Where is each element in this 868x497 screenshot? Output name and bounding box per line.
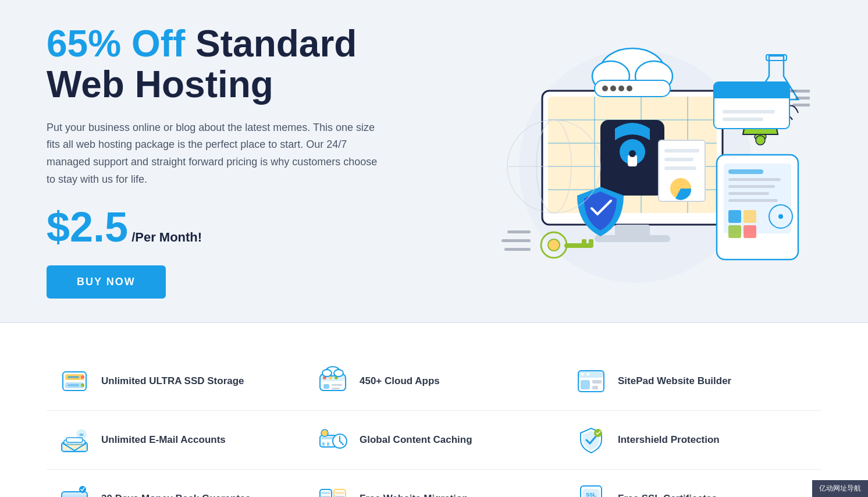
svg-rect-47 bbox=[664, 166, 696, 170]
svg-rect-28 bbox=[589, 239, 593, 245]
svg-rect-46 bbox=[664, 158, 693, 161]
svg-rect-41 bbox=[744, 225, 756, 238]
feature-item: SSL Free SSL Certificates bbox=[563, 470, 821, 497]
svg-rect-83 bbox=[332, 384, 342, 386]
svg-point-21 bbox=[610, 86, 616, 91]
feature-item: Free Website Migration bbox=[305, 470, 563, 497]
feature-label: Unlimited ULTRA SSD Storage bbox=[101, 375, 244, 387]
hero-title-highlight: 65% Off bbox=[47, 23, 185, 65]
svg-text:SSL: SSL bbox=[586, 492, 596, 497]
svg-rect-34 bbox=[728, 178, 781, 181]
caching-icon bbox=[316, 424, 349, 456]
svg-point-81 bbox=[334, 370, 343, 377]
watermark: 亿动网址导航 bbox=[812, 480, 868, 497]
svg-rect-89 bbox=[592, 386, 598, 389]
feature-label: Intershield Protection bbox=[618, 434, 720, 446]
svg-rect-53 bbox=[789, 90, 810, 93]
svg-rect-66 bbox=[723, 118, 763, 121]
feature-label: 30 Days Money Back Guarantee bbox=[101, 493, 251, 497]
hero-content: 65% Off StandardWeb Hosting Put your bus… bbox=[47, 23, 384, 299]
svg-point-30 bbox=[756, 136, 765, 145]
svg-rect-103 bbox=[327, 442, 329, 446]
feature-label: 450+ Cloud Apps bbox=[360, 375, 440, 387]
feature-item: ∞ Unlimited E-Mail Accounts bbox=[47, 411, 305, 470]
svg-rect-90 bbox=[581, 373, 584, 375]
svg-rect-95 bbox=[63, 443, 86, 450]
feature-item: Global Content Caching bbox=[305, 411, 563, 470]
ssl-icon: SSL bbox=[575, 482, 607, 497]
svg-point-22 bbox=[618, 86, 624, 91]
hero-section: 65% Off StandardWeb Hosting Put your bus… bbox=[0, 0, 868, 322]
hero-description: Put your business online or blog about t… bbox=[47, 119, 384, 189]
feature-item: 30 Days Money Back Guarantee bbox=[47, 470, 305, 497]
svg-rect-58 bbox=[504, 248, 531, 251]
svg-rect-56 bbox=[507, 230, 531, 233]
price-block: $2.5 /Per Month! bbox=[47, 206, 384, 248]
svg-rect-38 bbox=[728, 210, 741, 223]
feature-label: Free Website Migration bbox=[360, 493, 468, 497]
svg-rect-73 bbox=[67, 384, 79, 386]
svg-rect-102 bbox=[322, 442, 325, 446]
svg-rect-107 bbox=[62, 495, 87, 497]
price-period: /Per Month! bbox=[131, 230, 202, 245]
price-amount: $2.5 bbox=[47, 206, 128, 248]
sitepad-icon bbox=[575, 365, 607, 397]
svg-rect-39 bbox=[744, 210, 756, 223]
svg-rect-57 bbox=[501, 239, 531, 242]
svg-point-71 bbox=[81, 384, 84, 387]
svg-rect-116 bbox=[335, 492, 344, 494]
svg-point-70 bbox=[81, 375, 84, 379]
svg-rect-87 bbox=[581, 380, 590, 389]
feature-item: SitePad Website Builder bbox=[563, 352, 821, 411]
shield-icon bbox=[575, 424, 607, 456]
svg-rect-54 bbox=[795, 97, 810, 100]
svg-rect-65 bbox=[723, 110, 775, 113]
buy-now-button[interactable]: BUY NOW bbox=[47, 265, 166, 299]
svg-point-101 bbox=[321, 429, 328, 436]
feature-item: Intershield Protection bbox=[563, 411, 821, 470]
features-grid: Unlimited ULTRA SSD Storage 450+ Cloud A… bbox=[47, 352, 821, 497]
ssd-storage-icon bbox=[58, 365, 91, 397]
svg-rect-27 bbox=[582, 239, 586, 245]
svg-point-80 bbox=[322, 370, 332, 377]
feature-label: Unlimited E-Mail Accounts bbox=[101, 434, 226, 446]
features-section: Unlimited ULTRA SSD Storage 450+ Cloud A… bbox=[0, 323, 868, 497]
svg-rect-84 bbox=[332, 388, 340, 389]
money-back-icon bbox=[58, 482, 91, 497]
migration-icon bbox=[316, 482, 349, 497]
svg-point-23 bbox=[627, 86, 632, 91]
svg-point-20 bbox=[602, 86, 608, 91]
hero-svg bbox=[437, 38, 810, 283]
email-icon: ∞ bbox=[58, 424, 91, 456]
svg-point-25 bbox=[548, 239, 560, 251]
svg-point-43 bbox=[778, 214, 783, 219]
svg-point-15 bbox=[629, 150, 636, 157]
feature-item: Unlimited ULTRA SSD Storage bbox=[47, 352, 305, 411]
svg-rect-88 bbox=[592, 380, 602, 384]
svg-rect-37 bbox=[728, 199, 778, 202]
watermark-text: 亿动网址导航 bbox=[819, 484, 861, 492]
svg-rect-35 bbox=[728, 185, 775, 188]
svg-rect-11 bbox=[595, 235, 670, 242]
svg-text:∞: ∞ bbox=[79, 431, 83, 438]
hero-title: 65% Off StandardWeb Hosting bbox=[47, 23, 384, 105]
feature-label: SitePad Website Builder bbox=[618, 375, 731, 387]
svg-rect-40 bbox=[728, 225, 741, 238]
svg-rect-64 bbox=[714, 94, 789, 98]
feature-item: 450+ Cloud Apps bbox=[305, 352, 563, 411]
svg-rect-10 bbox=[615, 225, 650, 236]
feature-label: Global Content Caching bbox=[360, 434, 472, 446]
svg-rect-112 bbox=[321, 492, 330, 494]
svg-rect-36 bbox=[728, 192, 769, 195]
feature-label: Free SSL Certificates bbox=[618, 493, 717, 497]
cloud-apps-icon bbox=[316, 365, 349, 397]
svg-rect-55 bbox=[792, 104, 810, 106]
svg-rect-82 bbox=[323, 384, 329, 389]
svg-rect-45 bbox=[664, 149, 699, 152]
svg-rect-91 bbox=[586, 373, 590, 375]
svg-rect-72 bbox=[67, 376, 79, 378]
hero-illustration bbox=[426, 38, 821, 283]
svg-rect-33 bbox=[728, 169, 763, 174]
